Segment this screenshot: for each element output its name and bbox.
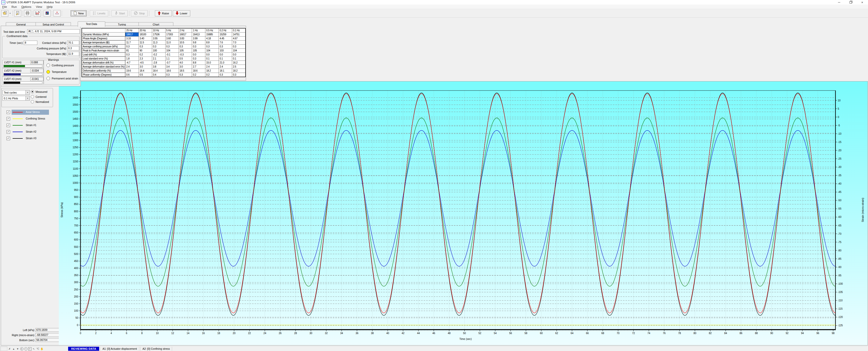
- table-cell[interactable]: 2.7: [192, 65, 206, 69]
- legend-item-confining-stress[interactable]: ✓Confining Stress: [2, 116, 55, 122]
- legend-item-strain-2[interactable]: ✓Strain #2: [2, 129, 55, 135]
- table-cell[interactable]: 0.3: [125, 44, 139, 49]
- table-cell[interactable]: 11.7: [125, 41, 139, 44]
- table-cell[interactable]: 0.0: [232, 53, 246, 57]
- table-cell[interactable]: 16413: [192, 33, 206, 37]
- table-cell[interactable]: 8.8: [206, 41, 219, 44]
- table-cell[interactable]: 8.8: [192, 61, 206, 65]
- table-cell[interactable]: 0.3: [232, 73, 246, 77]
- table-cell[interactable]: -4.7: [125, 61, 139, 65]
- menu-options[interactable]: Options: [19, 5, 34, 8]
- cycle-type-select[interactable]: Test cycles ▼: [2, 90, 30, 95]
- legend-checkbox-strain-2[interactable]: ✓: [6, 130, 10, 134]
- close-button[interactable]: ×: [857, 0, 868, 4]
- table-cell[interactable]: 0.5: [179, 57, 192, 61]
- table-cell[interactable]: 105: [179, 49, 192, 53]
- table-cell[interactable]: 2.3: [139, 57, 152, 61]
- table-cell[interactable]: 11.5: [139, 41, 152, 44]
- menu-view[interactable]: View: [34, 5, 44, 8]
- table-cell[interactable]: 0.3: [165, 73, 179, 77]
- table-cell-selected[interactable]: 18617: [125, 33, 139, 37]
- table-cell[interactable]: -0.3: [179, 53, 192, 57]
- table-cell[interactable]: 15259: [219, 33, 232, 37]
- table-cell[interactable]: 3.55: [152, 37, 165, 41]
- table-cell[interactable]: 0.1: [206, 57, 219, 61]
- table-cell[interactable]: 104: [232, 49, 246, 53]
- table-cell[interactable]: 3.99: [192, 37, 206, 41]
- table-cell[interactable]: 18.2: [206, 69, 219, 73]
- table-cell[interactable]: 2.4: [125, 65, 139, 69]
- table-cell[interactable]: -4.5: [139, 61, 152, 65]
- legend-item-axial-stress[interactable]: ✓Axial Stress: [2, 110, 55, 115]
- table-cell[interactable]: 3.0: [179, 65, 192, 69]
- table-cell[interactable]: 3.8: [152, 65, 165, 69]
- radio-measured[interactable]: Measured: [31, 90, 48, 93]
- hand-icon[interactable]: ✋: [40, 347, 44, 351]
- table-cell[interactable]: 0.6: [125, 73, 139, 77]
- radio-normalized[interactable]: Normalized: [31, 100, 49, 103]
- table-cell[interactable]: 90: [139, 49, 152, 53]
- table-cell[interactable]: 16.2: [232, 61, 246, 65]
- table-cell[interactable]: 15885: [206, 33, 219, 37]
- table-cell[interactable]: 0.3: [152, 44, 165, 49]
- table-cell[interactable]: 0.3: [165, 44, 179, 49]
- table-cell[interactable]: 0.3: [219, 44, 232, 49]
- toolbar-print-button[interactable]: [24, 10, 31, 17]
- table-cell[interactable]: 18.1: [219, 69, 232, 73]
- table-cell[interactable]: 18.6: [192, 69, 206, 73]
- legend-checkbox-strain-3[interactable]: ✓: [6, 137, 10, 140]
- radio-dot-measured[interactable]: [31, 90, 34, 93]
- table-cell[interactable]: 4.18: [206, 37, 219, 41]
- lower-button[interactable]: Lower: [173, 10, 190, 17]
- table-cell[interactable]: 18.2: [232, 69, 246, 73]
- table-cell[interactable]: -0.7: [165, 61, 179, 65]
- table-cell[interactable]: 104: [165, 49, 179, 53]
- table-cell[interactable]: 9.8: [192, 41, 206, 44]
- chart-plot-area[interactable]: 0246810121416182022242628303234363840424…: [59, 82, 868, 345]
- table-cell[interactable]: 104: [206, 49, 219, 53]
- table-cell[interactable]: 81: [125, 49, 139, 53]
- table-cell[interactable]: 0.3: [219, 73, 232, 77]
- restore-button[interactable]: [845, 0, 857, 4]
- toolbar-tuning-button[interactable]: [54, 10, 61, 17]
- table-cell[interactable]: 7.6: [219, 41, 232, 44]
- table-cell[interactable]: 4.0: [179, 61, 192, 65]
- table-cell[interactable]: 0.3: [179, 44, 192, 49]
- table-cell[interactable]: 18100: [139, 33, 152, 37]
- table-cell[interactable]: 11.3: [152, 41, 165, 44]
- temperature-icon[interactable]: ℃: [36, 347, 40, 351]
- table-cell[interactable]: 105: [192, 49, 206, 53]
- up-arrow-icon[interactable]: ▲: [12, 347, 16, 351]
- table-cell[interactable]: 14751: [232, 33, 246, 37]
- menu-file[interactable]: File: [0, 5, 9, 8]
- menu-help[interactable]: Help: [44, 5, 55, 8]
- legend-item-strain-3[interactable]: ✓Strain #3: [2, 136, 55, 141]
- legend-checkbox-strain-1[interactable]: ✓: [6, 124, 10, 127]
- table-cell[interactable]: 0.3: [125, 53, 139, 57]
- chevron-down-icon[interactable]: ▼: [26, 90, 30, 95]
- table-cell[interactable]: 0.3: [179, 73, 192, 77]
- new-button[interactable]: New: [71, 10, 87, 17]
- table-cell[interactable]: 21.0: [219, 61, 232, 65]
- table-cell[interactable]: 1.8: [125, 57, 139, 61]
- table-cell[interactable]: 0.1: [219, 57, 232, 61]
- table-cell[interactable]: 4.67: [232, 37, 246, 41]
- table-cell[interactable]: 0.4: [152, 73, 165, 77]
- table-cell[interactable]: 100: [152, 49, 165, 53]
- table-cell[interactable]: 18.4: [152, 69, 165, 73]
- toolbar-export-report-button[interactable]: [14, 10, 21, 17]
- mouse-pointer-icon[interactable]: ⇖: [32, 347, 36, 351]
- legend-checkbox-axial-stress[interactable]: ✓: [6, 110, 10, 114]
- table-cell[interactable]: 2.4: [219, 65, 232, 69]
- toolbar-open-dropdown[interactable]: ▼: [8, 10, 11, 17]
- table-cell[interactable]: 2.1: [152, 57, 165, 61]
- toolbar-chart-button[interactable]: [34, 10, 41, 17]
- table-cell[interactable]: 18.5: [179, 69, 192, 73]
- table-cell[interactable]: 7.0: [232, 41, 246, 44]
- table-cell[interactable]: 103: [219, 49, 232, 53]
- radio-dot-centered[interactable]: [31, 95, 34, 98]
- table-cell[interactable]: 2.5: [232, 65, 246, 69]
- table-cell[interactable]: 0.0: [192, 53, 206, 57]
- table-cell[interactable]: 3.40: [139, 37, 152, 41]
- gauge-icon[interactable]: ?: [24, 347, 28, 351]
